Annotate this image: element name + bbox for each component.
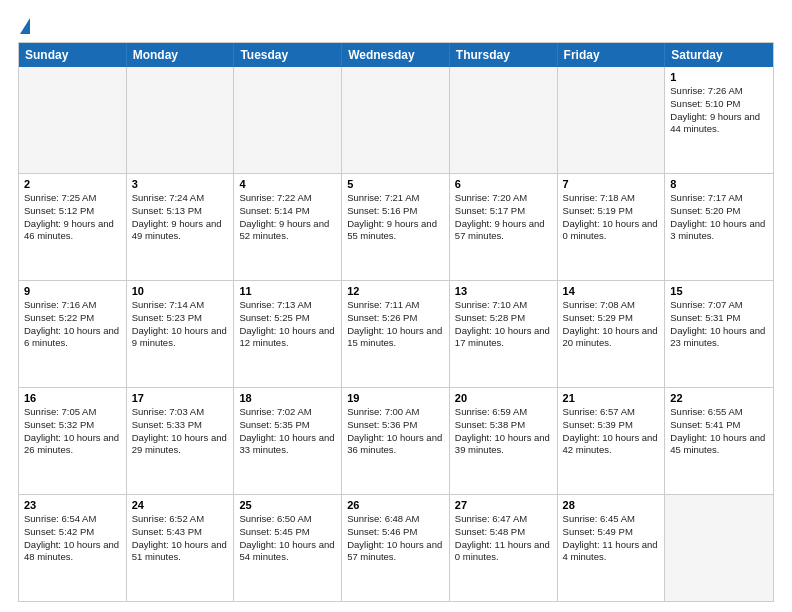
calendar-row-2: 2Sunrise: 7:25 AM Sunset: 5:12 PM Daylig…	[19, 173, 773, 280]
calendar-cell: 10Sunrise: 7:14 AM Sunset: 5:23 PM Dayli…	[127, 281, 235, 387]
day-number: 6	[455, 178, 552, 190]
day-number: 16	[24, 392, 121, 404]
day-number: 23	[24, 499, 121, 511]
calendar-cell: 15Sunrise: 7:07 AM Sunset: 5:31 PM Dayli…	[665, 281, 773, 387]
day-number: 22	[670, 392, 768, 404]
day-number: 20	[455, 392, 552, 404]
day-info: Sunrise: 7:16 AM Sunset: 5:22 PM Dayligh…	[24, 299, 121, 350]
calendar-cell: 5Sunrise: 7:21 AM Sunset: 5:16 PM Daylig…	[342, 174, 450, 280]
logo	[18, 18, 30, 32]
page: SundayMondayTuesdayWednesdayThursdayFrid…	[0, 0, 792, 612]
day-info: Sunrise: 7:17 AM Sunset: 5:20 PM Dayligh…	[670, 192, 768, 243]
day-number: 25	[239, 499, 336, 511]
day-info: Sunrise: 7:13 AM Sunset: 5:25 PM Dayligh…	[239, 299, 336, 350]
logo-triangle-icon	[20, 18, 30, 34]
calendar-cell	[450, 67, 558, 173]
calendar-cell: 12Sunrise: 7:11 AM Sunset: 5:26 PM Dayli…	[342, 281, 450, 387]
day-number: 15	[670, 285, 768, 297]
day-number: 4	[239, 178, 336, 190]
day-info: Sunrise: 7:00 AM Sunset: 5:36 PM Dayligh…	[347, 406, 444, 457]
calendar-cell: 8Sunrise: 7:17 AM Sunset: 5:20 PM Daylig…	[665, 174, 773, 280]
day-number: 19	[347, 392, 444, 404]
calendar-body: 1Sunrise: 7:26 AM Sunset: 5:10 PM Daylig…	[19, 67, 773, 601]
calendar-cell	[127, 67, 235, 173]
calendar: SundayMondayTuesdayWednesdayThursdayFrid…	[18, 42, 774, 602]
day-info: Sunrise: 6:47 AM Sunset: 5:48 PM Dayligh…	[455, 513, 552, 564]
calendar-cell: 17Sunrise: 7:03 AM Sunset: 5:33 PM Dayli…	[127, 388, 235, 494]
calendar-cell: 9Sunrise: 7:16 AM Sunset: 5:22 PM Daylig…	[19, 281, 127, 387]
day-number: 11	[239, 285, 336, 297]
calendar-cell: 1Sunrise: 7:26 AM Sunset: 5:10 PM Daylig…	[665, 67, 773, 173]
day-info: Sunrise: 6:50 AM Sunset: 5:45 PM Dayligh…	[239, 513, 336, 564]
calendar-cell: 18Sunrise: 7:02 AM Sunset: 5:35 PM Dayli…	[234, 388, 342, 494]
calendar-cell: 13Sunrise: 7:10 AM Sunset: 5:28 PM Dayli…	[450, 281, 558, 387]
calendar-cell: 7Sunrise: 7:18 AM Sunset: 5:19 PM Daylig…	[558, 174, 666, 280]
day-info: Sunrise: 7:10 AM Sunset: 5:28 PM Dayligh…	[455, 299, 552, 350]
day-info: Sunrise: 7:22 AM Sunset: 5:14 PM Dayligh…	[239, 192, 336, 243]
day-info: Sunrise: 6:57 AM Sunset: 5:39 PM Dayligh…	[563, 406, 660, 457]
day-number: 24	[132, 499, 229, 511]
day-number: 12	[347, 285, 444, 297]
calendar-cell: 22Sunrise: 6:55 AM Sunset: 5:41 PM Dayli…	[665, 388, 773, 494]
day-number: 27	[455, 499, 552, 511]
day-number: 26	[347, 499, 444, 511]
day-number: 3	[132, 178, 229, 190]
day-info: Sunrise: 6:55 AM Sunset: 5:41 PM Dayligh…	[670, 406, 768, 457]
day-number: 5	[347, 178, 444, 190]
day-info: Sunrise: 7:02 AM Sunset: 5:35 PM Dayligh…	[239, 406, 336, 457]
day-number: 18	[239, 392, 336, 404]
calendar-cell: 14Sunrise: 7:08 AM Sunset: 5:29 PM Dayli…	[558, 281, 666, 387]
calendar-cell	[558, 67, 666, 173]
day-number: 9	[24, 285, 121, 297]
calendar-cell: 19Sunrise: 7:00 AM Sunset: 5:36 PM Dayli…	[342, 388, 450, 494]
calendar-cell: 11Sunrise: 7:13 AM Sunset: 5:25 PM Dayli…	[234, 281, 342, 387]
day-number: 21	[563, 392, 660, 404]
day-info: Sunrise: 6:45 AM Sunset: 5:49 PM Dayligh…	[563, 513, 660, 564]
day-info: Sunrise: 7:08 AM Sunset: 5:29 PM Dayligh…	[563, 299, 660, 350]
day-number: 17	[132, 392, 229, 404]
day-number: 13	[455, 285, 552, 297]
calendar-row-4: 16Sunrise: 7:05 AM Sunset: 5:32 PM Dayli…	[19, 387, 773, 494]
calendar-header-thursday: Thursday	[450, 43, 558, 67]
calendar-header-sunday: Sunday	[19, 43, 127, 67]
calendar-cell: 25Sunrise: 6:50 AM Sunset: 5:45 PM Dayli…	[234, 495, 342, 601]
calendar-header-friday: Friday	[558, 43, 666, 67]
day-number: 1	[670, 71, 768, 83]
calendar-cell: 3Sunrise: 7:24 AM Sunset: 5:13 PM Daylig…	[127, 174, 235, 280]
day-number: 7	[563, 178, 660, 190]
day-number: 8	[670, 178, 768, 190]
calendar-cell: 20Sunrise: 6:59 AM Sunset: 5:38 PM Dayli…	[450, 388, 558, 494]
calendar-cell: 16Sunrise: 7:05 AM Sunset: 5:32 PM Dayli…	[19, 388, 127, 494]
calendar-header: SundayMondayTuesdayWednesdayThursdayFrid…	[19, 43, 773, 67]
calendar-cell: 2Sunrise: 7:25 AM Sunset: 5:12 PM Daylig…	[19, 174, 127, 280]
day-number: 2	[24, 178, 121, 190]
day-number: 10	[132, 285, 229, 297]
calendar-cell: 4Sunrise: 7:22 AM Sunset: 5:14 PM Daylig…	[234, 174, 342, 280]
calendar-header-monday: Monday	[127, 43, 235, 67]
calendar-cell: 21Sunrise: 6:57 AM Sunset: 5:39 PM Dayli…	[558, 388, 666, 494]
day-number: 28	[563, 499, 660, 511]
calendar-header-saturday: Saturday	[665, 43, 773, 67]
calendar-cell: 27Sunrise: 6:47 AM Sunset: 5:48 PM Dayli…	[450, 495, 558, 601]
calendar-cell: 26Sunrise: 6:48 AM Sunset: 5:46 PM Dayli…	[342, 495, 450, 601]
calendar-row-1: 1Sunrise: 7:26 AM Sunset: 5:10 PM Daylig…	[19, 67, 773, 173]
calendar-cell	[234, 67, 342, 173]
day-info: Sunrise: 7:07 AM Sunset: 5:31 PM Dayligh…	[670, 299, 768, 350]
day-info: Sunrise: 6:54 AM Sunset: 5:42 PM Dayligh…	[24, 513, 121, 564]
day-info: Sunrise: 7:18 AM Sunset: 5:19 PM Dayligh…	[563, 192, 660, 243]
day-info: Sunrise: 7:14 AM Sunset: 5:23 PM Dayligh…	[132, 299, 229, 350]
calendar-header-wednesday: Wednesday	[342, 43, 450, 67]
calendar-cell	[665, 495, 773, 601]
day-info: Sunrise: 6:52 AM Sunset: 5:43 PM Dayligh…	[132, 513, 229, 564]
day-info: Sunrise: 7:25 AM Sunset: 5:12 PM Dayligh…	[24, 192, 121, 243]
calendar-cell: 23Sunrise: 6:54 AM Sunset: 5:42 PM Dayli…	[19, 495, 127, 601]
day-number: 14	[563, 285, 660, 297]
day-info: Sunrise: 7:05 AM Sunset: 5:32 PM Dayligh…	[24, 406, 121, 457]
day-info: Sunrise: 7:11 AM Sunset: 5:26 PM Dayligh…	[347, 299, 444, 350]
calendar-cell	[342, 67, 450, 173]
header	[18, 18, 774, 32]
day-info: Sunrise: 7:26 AM Sunset: 5:10 PM Dayligh…	[670, 85, 768, 136]
calendar-cell	[19, 67, 127, 173]
day-info: Sunrise: 6:59 AM Sunset: 5:38 PM Dayligh…	[455, 406, 552, 457]
calendar-cell: 24Sunrise: 6:52 AM Sunset: 5:43 PM Dayli…	[127, 495, 235, 601]
